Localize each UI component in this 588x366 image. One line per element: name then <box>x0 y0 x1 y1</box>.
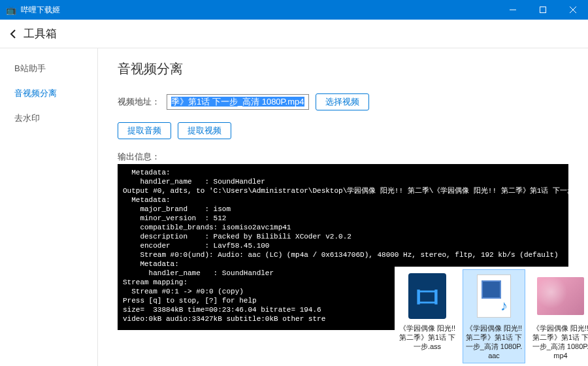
file-item[interactable]: 《学园偶像 阳光!! 第二季》第1话 下一步_高清 1080P.mp4 <box>529 269 588 363</box>
file-item[interactable]: ♪ 《学园偶像 阳光!! 第二季》第1话 下一步_高清 1080P.aac <box>463 269 525 363</box>
titlebar: 📺 哔哩下载姬 <box>0 0 588 20</box>
svg-rect-3 <box>434 290 437 305</box>
sidebar: B站助手 音视频分离 去水印 <box>0 48 98 366</box>
sidebar-item-remove-watermark[interactable]: 去水印 <box>0 106 97 131</box>
maximize-button[interactable] <box>528 0 558 20</box>
extract-audio-button[interactable]: 提取音频 <box>118 122 171 139</box>
video-file-icon <box>408 273 446 319</box>
output-label: 输出信息： <box>118 151 568 163</box>
file-item[interactable]: 《学园偶像 阳光!! 第二季》第1话 下一步.ass <box>396 269 459 363</box>
audio-file-icon: ♪ <box>477 274 511 318</box>
main-content: 音视频分离 视频地址： 季》第1话 下一步_高清 1080P.mp4 选择视频 … <box>98 48 588 366</box>
action-row: 提取音频 提取视频 <box>118 122 568 139</box>
choose-video-button[interactable]: 选择视频 <box>316 93 369 110</box>
file-name: 《学园偶像 阳光!! 第二季》第1话 下一步_高清 1080P.aac <box>465 324 523 360</box>
file-name: 《学园偶像 阳光!! 第二季》第1话 下一步.ass <box>398 324 457 351</box>
video-path-label: 视频地址： <box>118 96 160 108</box>
header: 工具箱 <box>0 20 588 48</box>
video-path-input[interactable]: 季》第1话 下一步_高清 1080P.mp4 <box>167 94 309 110</box>
svg-rect-1 <box>419 291 436 303</box>
page-title: 音视频分离 <box>118 60 568 78</box>
file-name: 《学园偶像 阳光!! 第二季》第1话 下一步_高清 1080P.mp4 <box>531 324 588 360</box>
header-title: 工具箱 <box>24 26 57 41</box>
sidebar-item-av-split[interactable]: 音视频分离 <box>0 81 97 106</box>
window-title: 哔哩下载姬 <box>21 5 498 16</box>
back-button[interactable]: 工具箱 <box>8 26 57 41</box>
minimize-button[interactable] <box>498 0 528 20</box>
svg-rect-0 <box>540 7 546 13</box>
file-overlay: 《学园偶像 阳光!! 第二季》第1话 下一步.ass ♪ 《学园偶像 阳光!! … <box>395 267 588 363</box>
svg-rect-2 <box>417 290 419 305</box>
video-thumbnail-icon <box>537 277 584 315</box>
chevron-left-icon <box>8 29 18 39</box>
extract-video-button[interactable]: 提取视频 <box>178 122 231 139</box>
close-button[interactable] <box>558 0 588 20</box>
app-icon: 📺 <box>5 5 17 14</box>
sidebar-item-bilibili-helper[interactable]: B站助手 <box>0 56 97 81</box>
video-path-row: 视频地址： 季》第1话 下一步_高清 1080P.mp4 选择视频 <box>118 93 568 110</box>
